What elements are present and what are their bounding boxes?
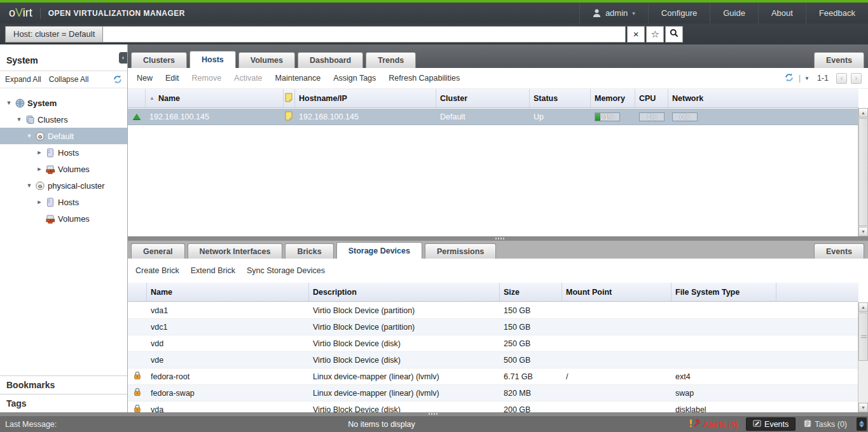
expand-status-panel-button[interactable] — [857, 417, 867, 431]
tasks-button[interactable]: Tasks (0) — [797, 417, 853, 431]
tree-expander-icon[interactable]: ► — [34, 199, 45, 205]
storage-row-vdd[interactable]: vdd Virtio Block Device (disk) 250 GB — [128, 335, 858, 352]
scroll-up-button[interactable]: ▲ — [858, 302, 868, 312]
column-header-size[interactable]: Size — [500, 283, 562, 301]
expand-all-link[interactable]: Expand All — [5, 75, 41, 84]
tab-dashboard[interactable]: Dashboard — [298, 52, 363, 68]
new-button[interactable]: New — [137, 74, 153, 83]
tree-expander-icon[interactable]: ► — [34, 166, 45, 172]
column-header-mount-point[interactable]: Mount Point — [562, 283, 672, 301]
storage-row-fedora-swap[interactable]: fedora-swap Linux device-mapper (linear)… — [128, 385, 858, 402]
tree-item-physical-volumes[interactable]: Volumes — [0, 210, 127, 227]
tree-expander-icon[interactable]: ▼ — [24, 133, 34, 139]
events-footer-button[interactable]: Events — [746, 417, 796, 431]
storage-row-vde[interactable]: vde Virtio Block Device (disk) 500 GB — [128, 352, 858, 368]
splitter-grip[interactable] — [429, 413, 439, 415]
expand-down-icon — [859, 424, 864, 428]
assign-tags-button[interactable]: Assign Tags — [333, 74, 376, 83]
column-header-memory[interactable]: Memory — [591, 89, 635, 107]
bookmarks-section[interactable]: Bookmarks — [0, 375, 127, 394]
grid-paging-controls: | ▼ 1-1 ‹ › — [785, 73, 862, 84]
storage-row-fedora-root[interactable]: fedora-root Linux device-mapper (linear)… — [128, 368, 858, 385]
tree-expander-icon[interactable]: ▼ — [14, 116, 24, 123]
search-scope-button[interactable]: Host: cluster = Default — [5, 26, 103, 43]
menu-feedback[interactable]: Feedback — [806, 3, 868, 24]
detail-events-button[interactable]: Events — [814, 243, 864, 259]
column-header-cluster[interactable]: Cluster — [436, 89, 530, 107]
tags-section[interactable]: Tags — [0, 394, 127, 412]
column-header-cpu[interactable]: CPU — [635, 89, 668, 107]
tree-item-physical-cluster[interactable]: ▼ G physical-cluster — [0, 177, 127, 194]
column-header-fs-type[interactable]: File System Type — [672, 283, 776, 301]
column-header-network[interactable]: Network — [668, 89, 858, 107]
search-input[interactable] — [103, 26, 626, 43]
grid-refresh-icon[interactable] — [785, 73, 794, 84]
storage-row-vda[interactable]: vda Virtio Block Device (disk) 200 GB di… — [128, 402, 858, 412]
tab-volumes[interactable]: Volumes — [238, 52, 295, 68]
search-clear-button[interactable]: × — [627, 26, 645, 43]
prev-page-button[interactable]: ‹ — [836, 73, 847, 84]
scroll-up-button[interactable]: ▲ — [858, 108, 868, 118]
scroll-down-button[interactable]: ▼ — [858, 227, 868, 236]
tab-storage-devices[interactable]: Storage Devices — [336, 242, 422, 259]
alerts-button[interactable]: Alerts (0) — [683, 417, 744, 431]
menu-about[interactable]: About — [758, 3, 806, 24]
column-header-name[interactable]: Name — [147, 283, 309, 301]
tab-clusters[interactable]: Clusters — [131, 52, 187, 68]
tree-item-default-volumes[interactable]: ► Volumes — [0, 161, 127, 177]
column-header-name[interactable]: ▲ Name — [146, 89, 284, 107]
tab-trends[interactable]: Trends — [366, 52, 416, 68]
tree-item-system[interactable]: ▼ System — [0, 95, 127, 111]
cluster-g-icon: G — [34, 132, 46, 141]
hosts-grid-scrollbar[interactable]: ▲ ▼ — [858, 108, 868, 236]
splitter-grip[interactable] — [495, 238, 506, 240]
column-header-description[interactable]: Description — [309, 283, 500, 301]
tree-item-physical-hosts[interactable]: ► Hosts — [0, 194, 127, 210]
scrollbar-thumb[interactable] — [858, 118, 868, 226]
tab-bricks[interactable]: Bricks — [285, 243, 333, 259]
tree-expander-icon[interactable]: ► — [34, 149, 45, 156]
tree-item-default-hosts[interactable]: ► Hosts — [0, 144, 127, 161]
scrollbar-thumb[interactable] — [858, 313, 868, 361]
bookmark-search-button[interactable]: ☆ — [646, 26, 664, 43]
tab-network-interfaces[interactable]: Network Interfaces — [188, 243, 283, 259]
lock-column-header[interactable] — [128, 283, 147, 301]
note-column-header[interactable] — [284, 89, 295, 107]
edit-button[interactable]: Edit — [165, 74, 179, 83]
tree-item-clusters[interactable]: ▼ Clusters — [0, 111, 127, 128]
create-brick-button[interactable]: Create Brick — [135, 266, 179, 275]
scroll-down-button[interactable]: ▼ — [858, 403, 868, 412]
tab-general[interactable]: General — [131, 243, 185, 259]
tree-expander-icon[interactable]: ▼ — [24, 182, 34, 189]
column-header-status[interactable]: Status — [530, 89, 591, 107]
activate-button[interactable]: Activate — [234, 74, 262, 83]
collapse-all-link[interactable]: Collapse All — [49, 75, 89, 84]
events-drawer-button[interactable]: Events — [814, 52, 864, 68]
storage-grid-body: vda1 Virtio Block Device (partition) 150… — [128, 302, 858, 412]
extend-brick-button[interactable]: Extend Brick — [191, 266, 235, 275]
tab-hosts[interactable]: Hosts — [189, 51, 236, 68]
search-go-button[interactable] — [665, 26, 683, 43]
collapse-sidebar-button[interactable]: ‹ — [119, 52, 127, 64]
tree-expander-icon[interactable]: ▼ — [4, 100, 14, 106]
status-icon-column-header[interactable] — [128, 89, 146, 107]
column-header-hostname[interactable]: Hostname/IP — [295, 89, 436, 107]
storage-row-vdc1[interactable]: vdc1 Virtio Block Device (partition) 150… — [128, 319, 858, 335]
note-icon — [285, 93, 293, 104]
tab-permissions[interactable]: Permissions — [425, 243, 496, 259]
panel-splitter[interactable] — [128, 236, 868, 241]
sync-storage-devices-button[interactable]: Sync Storage Devices — [247, 266, 325, 275]
remove-button[interactable]: Remove — [192, 74, 222, 83]
menu-guide[interactable]: Guide — [710, 3, 758, 24]
storage-row-vda1[interactable]: vda1 Virtio Block Device (partition) 150… — [128, 302, 858, 319]
refresh-rate-dropdown-icon[interactable]: ▼ — [804, 76, 809, 81]
refresh-capabilities-button[interactable]: Refresh Capabilities — [389, 74, 460, 83]
maintenance-button[interactable]: Maintenance — [275, 74, 321, 83]
next-page-button[interactable]: › — [851, 73, 862, 84]
storage-grid-scrollbar[interactable]: ▲ ▼ — [858, 302, 868, 412]
host-row[interactable]: 192.168.100.145 192.168.100.145 Default … — [128, 109, 858, 125]
menu-configure[interactable]: Configure — [648, 3, 710, 24]
tree-item-default-cluster[interactable]: ▼ G Default — [0, 128, 127, 144]
user-menu[interactable]: admin ▾ — [579, 3, 648, 24]
tree-refresh-icon[interactable] — [113, 75, 122, 84]
